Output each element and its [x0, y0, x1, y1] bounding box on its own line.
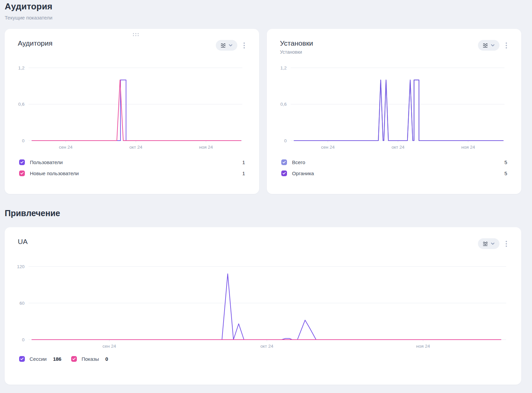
legend-item-new-users[interactable]: Новые пользователи 1 — [19, 170, 245, 176]
series-line-1 — [294, 80, 503, 141]
widget-title-installs: Установки — [280, 39, 508, 47]
audience-widget-card: Аудитория — [5, 29, 259, 194]
checkbox-checked-icon[interactable] — [281, 170, 287, 176]
y-tick-label: 0,6 — [18, 102, 25, 107]
x-tick-label: сен 24 — [102, 344, 116, 349]
kebab-menu-icon[interactable] — [505, 42, 508, 49]
y-tick-label: 120 — [17, 264, 25, 269]
series-line-0 — [32, 274, 501, 340]
checkbox-checked-icon[interactable] — [19, 170, 25, 176]
legend-value: 1 — [242, 170, 245, 176]
wave-lines-icon — [483, 241, 489, 247]
y-tick-label: 0 — [22, 337, 25, 342]
legend-label: Пользователи — [30, 159, 63, 165]
page-title: Аудитория — [5, 1, 526, 12]
legend-label: Всего — [292, 159, 305, 165]
widget-title-ua: UA — [18, 238, 508, 246]
chevron-down-icon — [229, 44, 233, 47]
widget-title-audience: Аудитория — [18, 39, 246, 47]
y-tick-label: 60 — [19, 301, 25, 306]
legend-label-impressions: Показы — [82, 356, 99, 362]
kebab-menu-icon[interactable] — [243, 42, 246, 49]
series-line-0 — [32, 80, 241, 141]
x-tick-label: окт 24 — [130, 145, 143, 150]
kebab-menu-icon[interactable] — [505, 240, 508, 248]
installs-widget-card: Установки Установки — [267, 29, 521, 194]
chart-type-selector-button[interactable] — [478, 40, 499, 51]
y-tick-label: 1,2 — [18, 65, 25, 70]
x-tick-label: сен 24 — [321, 145, 335, 150]
ua-widget-card: UA 120600сен 24окт 24ноя 24 — [5, 227, 521, 385]
checkbox-checked-icon[interactable] — [19, 159, 25, 165]
legend-value: 1 — [242, 159, 245, 165]
current-metrics-row: Аудитория — [5, 29, 526, 194]
y-tick-label: 0 — [22, 138, 25, 143]
x-tick-label: окт 24 — [392, 145, 405, 150]
section-title-acquisition: Привлечение — [5, 208, 526, 218]
legend-item-organic[interactable]: Органика 5 — [281, 170, 507, 176]
x-tick-label: ноя 24 — [416, 344, 430, 349]
y-tick-label: 0,6 — [280, 102, 287, 107]
checkbox-checked-icon[interactable] — [71, 356, 77, 362]
legend-value-sessions: 186 — [53, 356, 61, 362]
y-tick-label: 0 — [284, 138, 287, 143]
legend-value: 5 — [504, 159, 507, 165]
wave-lines-icon — [483, 43, 489, 48]
audience-line-chart[interactable]: 1,20,60сен 24окт 24ноя 24 — [5, 60, 259, 151]
legend-item-users[interactable]: Пользователи 1 — [19, 159, 245, 165]
legend-item-total[interactable]: Всего 5 — [281, 159, 507, 165]
legend-value-impressions: 0 — [105, 356, 108, 362]
x-tick-label: ноя 24 — [461, 145, 475, 150]
chart-type-selector-button[interactable] — [216, 40, 237, 51]
checkbox-checked-icon[interactable] — [19, 356, 25, 362]
series-line-0 — [294, 80, 503, 141]
chevron-down-icon — [491, 242, 495, 245]
legend-label: Органика — [292, 170, 314, 176]
x-tick-label: окт 24 — [260, 344, 274, 349]
chevron-down-icon — [491, 44, 495, 47]
series-line-1 — [32, 80, 241, 141]
wave-lines-icon — [221, 43, 227, 48]
drag-handle-icon[interactable] — [132, 32, 140, 38]
y-tick-label: 1,2 — [280, 65, 287, 70]
x-tick-label: сен 24 — [59, 145, 73, 150]
page-subtitle: Текущие показатели — [5, 15, 526, 20]
legend-label: Новые пользователи — [30, 170, 79, 176]
installs-line-chart[interactable]: 1,20,60сен 24окт 24ноя 24 — [267, 60, 521, 151]
widget-subtitle-installs: Установки — [280, 49, 508, 55]
chart-type-selector-button[interactable] — [478, 238, 499, 249]
legend-value: 5 — [504, 170, 507, 176]
checkbox-checked-icon[interactable] — [281, 159, 287, 165]
legend-label-sessions: Сессии — [30, 356, 47, 362]
ua-line-chart[interactable]: 120600сен 24окт 24ноя 24 — [5, 258, 521, 350]
x-tick-label: ноя 24 — [199, 145, 213, 150]
